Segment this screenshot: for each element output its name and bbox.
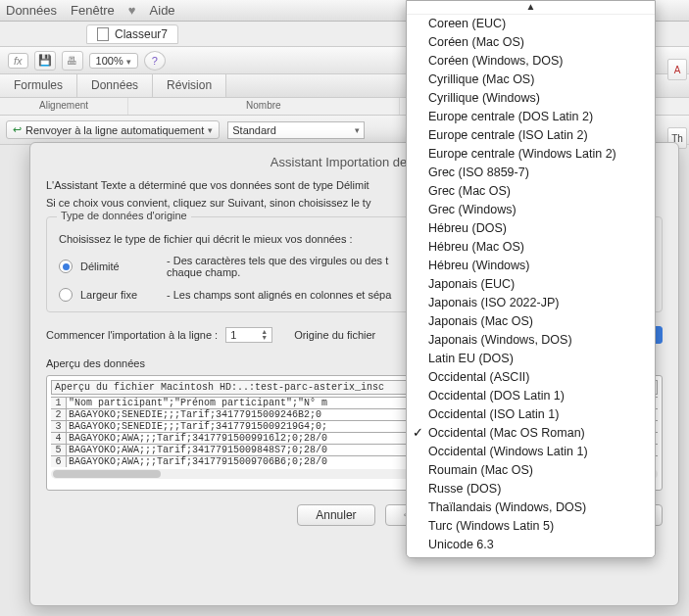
tab-revision[interactable]: Révision [153, 74, 226, 97]
menubar-item-heart-icon[interactable]: ♥ [128, 3, 136, 18]
chevron-down-icon: ▾ [355, 125, 360, 135]
wrap-text-label: Renvoyer à la ligne automatiquement [25, 124, 204, 136]
cancel-button[interactable]: Annuler [297, 504, 374, 526]
dropdown-item[interactable]: Thaïlandais (Windows, DOS) [407, 498, 655, 517]
dropdown-item[interactable]: Grec (Mac OS) [407, 182, 655, 201]
tab-formules[interactable]: Formules [0, 74, 77, 97]
file-origin-label: Origine du fichier [294, 329, 375, 341]
font-color-button[interactable]: A [667, 59, 687, 80]
dropdown-item[interactable]: Grec (ISO 8859-7) [407, 164, 655, 182]
dropdown-item[interactable]: Japonais (Windows, DOS) [407, 331, 655, 350]
tab-donnees[interactable]: Données [77, 74, 153, 97]
data-type-group-title: Type de données d'origine [57, 210, 191, 221]
start-line-value: 1 [230, 329, 236, 341]
preview-line-text: BAGAYOKO;AWA;;;Tarif;34177915009916l2;0;… [67, 433, 327, 444]
dropdown-item[interactable]: Hébreu (Mac OS) [407, 238, 655, 257]
dropdown-item[interactable]: Turc (Windows Latin 5) [407, 517, 655, 536]
dropdown-item[interactable]: Hébreu (Windows) [407, 257, 655, 275]
document-tab[interactable]: Classeur7 [86, 24, 178, 44]
preview-line-text: BAGAYOKO;SENEDIÉ;;;Tarif;34177915009219G… [67, 421, 327, 432]
save-icon[interactable]: 💾 [34, 51, 56, 71]
group-alignment-label: Alignement [0, 98, 128, 115]
dropdown-item[interactable]: Russe (DOS) [407, 480, 655, 498]
dropdown-item[interactable]: Japonais (Mac OS) [407, 312, 655, 331]
dropdown-item[interactable]: Occidental (DOS Latin 1) [407, 387, 655, 405]
dropdown-item[interactable]: Europe centrale (Windows Latin 2) [407, 145, 655, 164]
preview-line-text: "Nom participant";"Prénom participant";"… [67, 398, 327, 408]
dropdown-item[interactable]: Coreen (EUC) [407, 15, 655, 33]
preview-line-text: BAGAYOKO;AWA;;;Tarif;34177915009848S7;0;… [67, 445, 327, 455]
radio-fixed-width-label: Largeur fixe [80, 289, 159, 301]
number-format-value: Standard [232, 124, 276, 136]
dropdown-item[interactable]: Europe centrale (ISO Latin 2) [407, 126, 655, 145]
chevron-down-icon: ▾ [208, 125, 213, 135]
dropdown-item[interactable]: Japonais (EUC) [407, 275, 655, 294]
radio-delimited-desc: - Des caractères tels que des virgules o… [167, 255, 388, 278]
spinner-arrows-icon[interactable]: ▲▼ [261, 329, 268, 341]
dropdown-item[interactable]: Occidental (ISO Latin 1) [407, 405, 655, 424]
scrollbar-thumb[interactable] [53, 470, 161, 478]
menubar-item[interactable]: Données [6, 3, 57, 18]
menubar-item[interactable]: Aide [150, 3, 175, 18]
file-origin-dropdown[interactable]: ▲ Coreen (EUC)Coréen (Mac OS)Coréen (Win… [406, 0, 656, 558]
preview-line-number: 2 [51, 409, 67, 420]
dropdown-item[interactable]: Cyrillique (Windows) [407, 89, 655, 108]
dropdown-item[interactable]: Roumain (Mac OS) [407, 461, 655, 480]
start-line-input[interactable]: 1 ▲▼ [225, 327, 272, 343]
preview-line-number: 1 [51, 398, 67, 408]
dropdown-item[interactable]: Cyrillique (Mac OS) [407, 71, 655, 89]
dropdown-item[interactable]: Coréen (Windows, DOS) [407, 52, 655, 71]
dropdown-item[interactable]: Japonais (ISO 2022-JP) [407, 294, 655, 312]
radio-delimited[interactable] [59, 260, 73, 273]
document-icon [97, 27, 109, 41]
start-line-label: Commencer l'importation à la ligne : [46, 329, 218, 341]
preview-line-text: BAGAYOKO;AWA;;;Tarif;34177915009706B6;0;… [67, 456, 327, 467]
preview-line-number: 4 [51, 433, 67, 444]
zoom-select[interactable]: 100% ▾ [89, 53, 138, 69]
preview-line-number: 6 [51, 456, 67, 467]
document-tab-label: Classeur7 [115, 27, 168, 41]
number-format-select[interactable]: Standard ▾ [227, 121, 365, 139]
dropdown-item[interactable]: Occidental (ASCII) [407, 368, 655, 387]
help-icon[interactable]: ? [144, 51, 166, 71]
dropdown-item[interactable]: Europe centrale (DOS Latin 2) [407, 108, 655, 126]
dropdown-item[interactable]: Unicode 6.3 [407, 536, 655, 554]
dropdown-item[interactable]: Hébreu (DOS) [407, 219, 655, 238]
wrap-text-button[interactable]: ↩ Renvoyer à la ligne automatiquement ▾ [6, 120, 220, 139]
preview-line-text: BAGAYOKO;SENEDIÉ;;;Tarif;34177915009246B… [67, 409, 321, 420]
preview-line-number: 3 [51, 421, 67, 432]
dropdown-item[interactable]: Latin EU (DOS) [407, 350, 655, 368]
radio-fixed-width-desc: - Les champs sont alignés en colonnes et… [167, 289, 391, 301]
dropdown-item[interactable]: Grec (Windows) [407, 201, 655, 219]
dropdown-item[interactable]: Occidental (Mac OS Roman) [407, 424, 655, 443]
radio-delimited-label: Délimité [80, 261, 159, 272]
fx-label[interactable]: fx [8, 53, 28, 69]
dropdown-item[interactable]: Coréen (Mac OS) [407, 33, 655, 52]
dropdown-scroll-up-icon[interactable]: ▲ [407, 1, 655, 15]
print-icon[interactable]: 🖶 [62, 51, 83, 71]
radio-fixed-width[interactable] [59, 288, 73, 302]
menubar-item[interactable]: Fenêtre [71, 3, 115, 18]
group-number-label: Nombre [128, 98, 400, 115]
dropdown-item[interactable]: Occidental (Windows Latin 1) [407, 443, 655, 461]
preview-line-number: 5 [51, 445, 67, 455]
dropdown-item[interactable]: Unicode 6.3 UTF-7 [407, 554, 655, 558]
wrap-text-icon: ↩ [13, 123, 22, 136]
